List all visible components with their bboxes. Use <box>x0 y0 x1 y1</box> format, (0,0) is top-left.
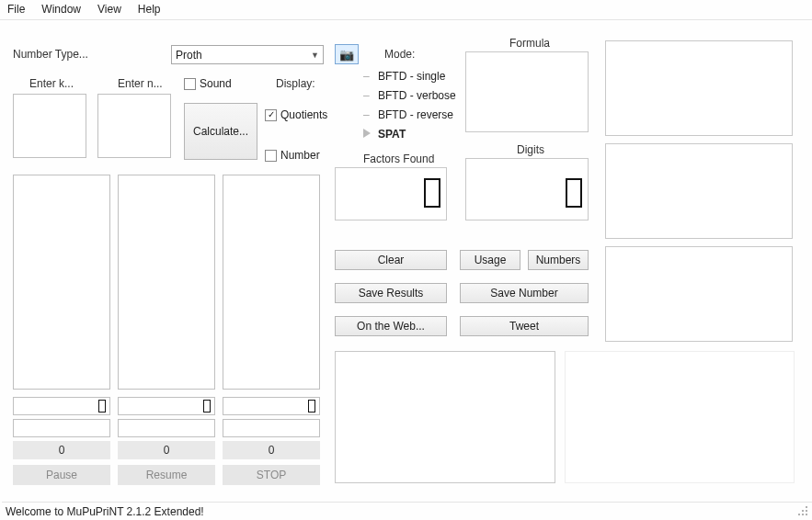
sound-label: Sound <box>200 77 232 90</box>
clear-button[interactable]: Clear <box>335 250 447 270</box>
resize-grip-icon[interactable] <box>797 505 810 518</box>
output-box-1[interactable] <box>13 175 110 390</box>
mode-list: –BFTD - single –BFTD - verbose –BFTD - r… <box>363 66 456 143</box>
save-number-button[interactable]: Save Number <box>460 283 589 303</box>
number-checkbox-label: Number <box>280 149 320 162</box>
mode-item-single[interactable]: –BFTD - single <box>363 66 456 85</box>
mini-blank-3 <box>223 419 320 437</box>
stop-button[interactable]: STOP <box>223 465 320 485</box>
digits-value <box>566 178 582 216</box>
progress-1: 0 <box>13 441 110 459</box>
menu-help[interactable]: Help <box>138 3 161 17</box>
digits-panel <box>465 158 589 220</box>
factors-found-label: Factors Found <box>363 153 434 165</box>
factors-found-value <box>424 178 440 216</box>
numbers-button[interactable]: Numbers <box>528 250 589 270</box>
factors-found-panel <box>335 167 447 220</box>
right-panel-3[interactable] <box>605 246 793 342</box>
pause-button[interactable]: Pause <box>13 465 110 485</box>
right-panel-2[interactable] <box>605 143 793 239</box>
menu-file[interactable]: File <box>7 3 25 17</box>
digits-label: Digits <box>517 143 544 156</box>
mini-digit-3 <box>223 397 320 415</box>
enter-k-label: Enter k... <box>29 77 74 90</box>
resume-button[interactable]: Resume <box>118 465 215 485</box>
display-label: Display: <box>276 77 315 90</box>
number-type-combo[interactable]: Proth ▼ <box>171 45 324 64</box>
number-checkbox[interactable]: Number <box>265 149 320 162</box>
right-panel-1[interactable] <box>605 40 793 136</box>
output-box-2[interactable] <box>118 175 215 390</box>
mini-digit-1 <box>13 397 110 415</box>
mini-digit-2 <box>118 397 215 415</box>
status-bar: Welcome to MuPuPriNT 2.1.2 Extended! <box>2 502 812 520</box>
usage-button[interactable]: Usage <box>460 250 520 270</box>
checkbox-icon <box>265 150 277 162</box>
mode-item-verbose[interactable]: –BFTD - verbose <box>363 85 456 105</box>
camera-icon: 📷 <box>339 48 354 62</box>
number-type-value: Proth <box>176 49 202 62</box>
on-the-web-button[interactable]: On the Web... <box>335 316 447 336</box>
calculate-label: Calculate... <box>193 125 248 138</box>
menu-bar: File Window View Help <box>0 0 812 20</box>
quotients-checkbox[interactable]: ✓ Quotients <box>265 108 327 121</box>
calculate-button[interactable]: Calculate... <box>184 103 257 160</box>
formula-panel[interactable] <box>465 51 589 132</box>
mode-item-spat[interactable]: SPAT <box>363 124 456 143</box>
menu-window[interactable]: Window <box>41 3 81 17</box>
quotients-label: Quotients <box>280 108 327 121</box>
checkbox-icon: ✓ <box>265 109 277 121</box>
camera-button[interactable]: 📷 <box>335 44 359 64</box>
bottom-panel-right[interactable] <box>565 351 795 483</box>
main-content: Number Type... Proth ▼ Enter k... Enter … <box>0 20 812 502</box>
mini-blank-2 <box>118 419 215 437</box>
save-results-button[interactable]: Save Results <box>335 283 447 303</box>
formula-label: Formula <box>509 37 550 50</box>
mode-label: Mode: <box>384 48 415 61</box>
mode-item-reverse[interactable]: –BFTD - reverse <box>363 105 456 124</box>
bottom-panel-left[interactable] <box>335 351 555 483</box>
menu-view[interactable]: View <box>97 3 121 17</box>
number-type-label: Number Type... <box>13 48 88 61</box>
tweet-button[interactable]: Tweet <box>460 316 589 336</box>
chevron-down-icon: ▼ <box>311 51 319 60</box>
mini-blank-1 <box>13 419 110 437</box>
progress-2: 0 <box>118 441 215 459</box>
enter-n-label: Enter n... <box>118 77 163 90</box>
enter-n-input[interactable] <box>97 94 171 158</box>
progress-3: 0 <box>223 441 320 459</box>
output-box-3[interactable] <box>223 175 320 390</box>
status-text: Welcome to MuPuPriNT 2.1.2 Extended! <box>6 505 204 518</box>
sound-checkbox[interactable]: Sound <box>184 77 232 90</box>
enter-k-input[interactable] <box>13 94 86 158</box>
checkbox-icon <box>184 78 196 90</box>
